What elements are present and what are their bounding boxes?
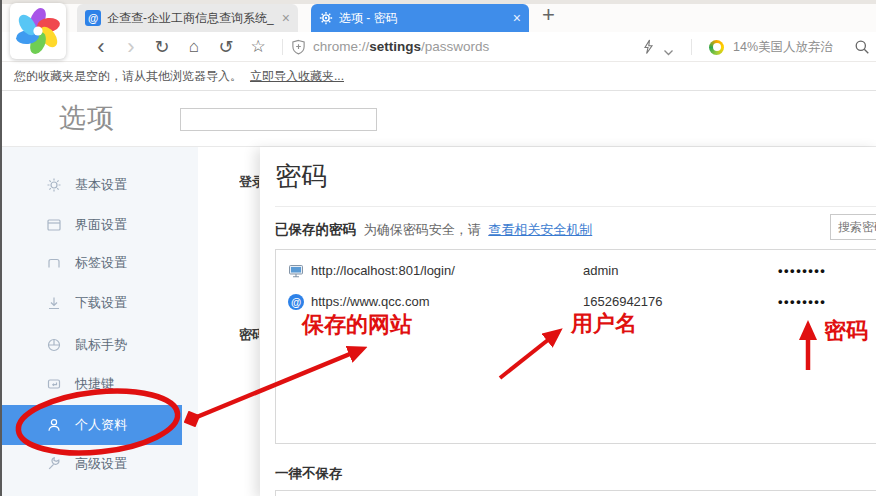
saved-site-url: https://www.qcc.com: [311, 294, 583, 309]
sidebar-item-label: 基本设置: [75, 176, 127, 194]
sidebar-item-label: 高级设置: [75, 455, 127, 473]
masked-password: ••••••••: [778, 294, 826, 309]
sidebar-item-profile[interactable]: 个人资料: [2, 405, 182, 445]
tab-close-icon[interactable]: ×: [282, 11, 290, 25]
saved-username: admin: [583, 263, 778, 278]
sun-settings-icon: [46, 177, 62, 193]
sidebar-item-label: 界面设置: [75, 216, 127, 234]
bookmark-star-icon[interactable]: ☆: [242, 36, 274, 57]
divider: [282, 39, 283, 55]
person-icon: [46, 417, 62, 433]
sidebar-item-label: 标签设置: [75, 254, 127, 272]
mouse-icon: [46, 337, 62, 353]
search-icon[interactable]: [854, 39, 870, 55]
hot-search-text[interactable]: 14%美国人放弃治: [733, 39, 845, 56]
sidebar-item-hotkeys[interactable]: 快捷键: [2, 364, 182, 404]
tab-close-icon[interactable]: ×: [513, 11, 521, 25]
tab-bar: @ 企查查-企业工商信息查询系统_ × 选项 - 密码 × +: [2, 0, 876, 32]
window-icon: [46, 217, 62, 233]
sidebar-item-advanced[interactable]: 高级设置: [2, 444, 182, 484]
tab-title: 选项 - 密码: [339, 10, 507, 27]
passwords-modal: 密码 已保存的密码 为确保密码安全，请 查看相关安全机制 http://loca…: [260, 147, 876, 496]
sidebar-item-basic[interactable]: 基本设置: [2, 165, 182, 205]
never-save-table: [275, 490, 876, 496]
enter-key-icon: [46, 376, 62, 392]
home-icon[interactable]: ⌂: [178, 37, 210, 57]
tab-qcc[interactable]: @ 企查查-企业工商信息查询系统_ ×: [77, 4, 298, 32]
never-save-title: 一律不保存: [275, 465, 343, 483]
background-password-label: 密码: [239, 326, 259, 344]
bookmark-bar: 您的收藏夹是空的，请从其他浏览器导入。 立即导入收藏夹...: [2, 62, 876, 91]
tab-settings-passwords[interactable]: 选项 - 密码 ×: [311, 4, 529, 32]
saved-passwords-line: 已保存的密码 为确保密码安全，请 查看相关安全机制: [275, 221, 592, 239]
saved-passwords-desc: 为确保密码安全，请: [364, 222, 481, 237]
divider: [691, 39, 692, 55]
page-title: 选项: [59, 100, 115, 136]
browser-logo-icon[interactable]: [10, 3, 66, 59]
nav-right-cluster: 14%美国人放弃治: [642, 32, 870, 62]
new-tab-button[interactable]: +: [542, 2, 555, 28]
modal-title: 密码: [275, 159, 327, 194]
saved-username: 16526942176: [583, 294, 778, 309]
bookmark-empty-message: 您的收藏夹是空的，请从其他浏览器导入。: [14, 68, 242, 85]
address-bar[interactable]: chrome://settings/passwords: [291, 39, 489, 55]
password-row[interactable]: http://localhost:801/login/ admin ••••••…: [276, 255, 876, 286]
password-search-input[interactable]: [830, 214, 876, 240]
wrench-icon: [46, 456, 62, 472]
navigation-bar: ‹ › ↻ ⌂ ↺ ☆ chrome://settings/passwords …: [2, 32, 876, 62]
divider: [275, 206, 876, 207]
background-login-label: 登录: [239, 173, 259, 191]
undo-icon[interactable]: ↺: [210, 36, 242, 58]
shield-icon: [291, 39, 306, 55]
gear-icon: [319, 11, 333, 25]
settings-sidebar: 基本设置 界面设置 标签设置 下载设置 鼠标手势 快捷键 个人资料 高级设置: [2, 147, 198, 496]
settings-search-input[interactable]: [180, 108, 377, 131]
chevron-down-icon[interactable]: [663, 43, 674, 51]
sidebar-item-download[interactable]: 下载设置: [2, 283, 182, 323]
settings-header: 选项: [2, 91, 876, 146]
saved-passwords-title: 已保存的密码: [275, 222, 356, 237]
saved-passwords-table: http://localhost:801/login/ admin ••••••…: [275, 249, 876, 444]
refresh-icon[interactable]: ↻: [146, 36, 178, 58]
password-row[interactable]: @ https://www.qcc.com 16526942176 ••••••…: [276, 286, 876, 317]
sidebar-item-tabs[interactable]: 标签设置: [2, 243, 182, 283]
lightning-icon[interactable]: [642, 39, 654, 55]
security-mechanism-link[interactable]: 查看相关安全机制: [488, 222, 592, 237]
masked-password: ••••••••: [778, 263, 826, 278]
qcc-favicon-icon: @: [288, 294, 304, 310]
forward-icon[interactable]: ›: [116, 34, 146, 60]
download-icon: [46, 295, 62, 311]
back-icon[interactable]: ‹: [86, 34, 116, 60]
url-text: chrome://settings/passwords: [313, 39, 489, 54]
sidebar-item-label: 鼠标手势: [75, 336, 127, 354]
import-bookmarks-link[interactable]: 立即导入收藏夹...: [250, 68, 344, 85]
tab-shape-icon: [46, 255, 62, 271]
sidebar-item-label: 个人资料: [75, 416, 127, 434]
monitor-favicon-icon: [288, 263, 304, 279]
sidebar-item-mouse-gesture[interactable]: 鼠标手势: [2, 325, 182, 365]
sidebar-item-interface[interactable]: 界面设置: [2, 205, 182, 245]
tab-title: 企查查-企业工商信息查询系统_: [107, 10, 276, 27]
saved-site-url: http://localhost:801/login/: [311, 263, 583, 278]
sidebar-item-label: 快捷键: [75, 375, 114, 393]
sidebar-item-label: 下载设置: [75, 294, 127, 312]
qcc-favicon-icon: @: [85, 10, 101, 26]
so360-logo-icon: [709, 40, 724, 55]
settings-content: 基本设置 界面设置 标签设置 下载设置 鼠标手势 快捷键 个人资料 高级设置: [2, 146, 876, 496]
